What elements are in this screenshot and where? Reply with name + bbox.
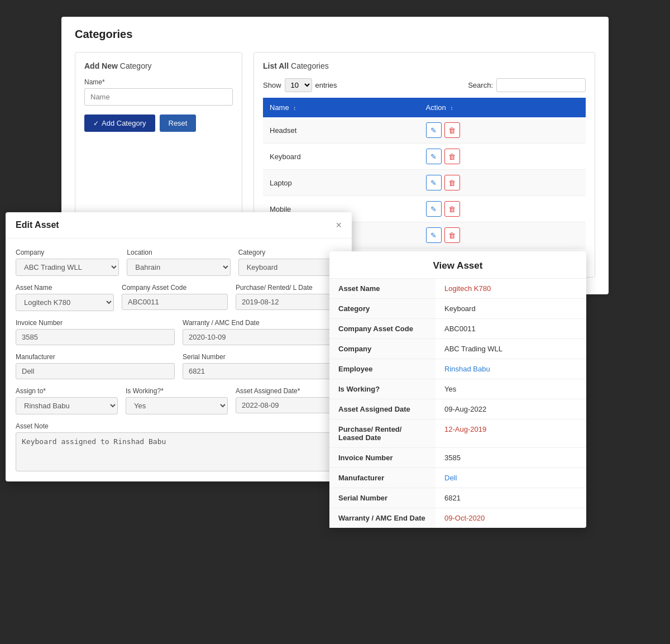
edit-button[interactable]: ✎	[426, 175, 442, 190]
delete-button[interactable]: 🗑	[444, 122, 460, 138]
purchase-date-input[interactable]	[236, 294, 342, 310]
add-category-button[interactable]: Add Category	[84, 115, 155, 132]
panel-title: Categories	[75, 28, 595, 41]
invoice-number-label: Invoice Number	[16, 319, 175, 327]
view-value: 09-Oct-2020	[436, 508, 586, 528]
purchase-date-label: Purchase/ Rented/ L Date	[236, 284, 342, 292]
action-btns: ✎ 🗑	[426, 227, 579, 243]
edit-button[interactable]: ✎	[426, 122, 442, 138]
assign-to-select[interactable]: Rinshad Babu	[16, 397, 118, 414]
view-row: Purchase/ Rented/ Leased Date 12-Aug-201…	[329, 419, 586, 448]
view-label: Employee	[329, 359, 436, 379]
action-cell: ✎ 🗑	[419, 117, 586, 144]
modal-body: Company ABC Trading WLL Location Bahrain…	[6, 238, 352, 481]
category-name-cell: Laptop	[263, 170, 419, 196]
view-value: 3585	[436, 448, 586, 468]
view-row: Asset Assigned Date 09-Aug-2022	[329, 399, 586, 419]
view-label: Invoice Number	[329, 448, 436, 468]
manufacturer-input[interactable]	[16, 363, 175, 379]
view-asset-header: View Asset	[329, 251, 586, 279]
action-btns: ✎ 🗑	[426, 149, 579, 164]
asset-name-select[interactable]: Logitech K780	[16, 294, 114, 311]
invoice-number-input[interactable]	[16, 329, 175, 345]
category-select[interactable]: Keyboard	[238, 259, 342, 276]
list-box-title: List All Categories	[263, 61, 586, 70]
table-row: Laptop ✎ 🗑	[263, 170, 586, 196]
is-working-select[interactable]: Yes	[126, 397, 228, 414]
edit-button[interactable]: ✎	[426, 227, 442, 243]
view-value: 6821	[436, 488, 586, 508]
search-box: Search:	[468, 78, 586, 92]
serial-number-input[interactable]	[183, 363, 342, 379]
name-sort-icon[interactable]: ↕	[293, 105, 296, 111]
is-working-label: Is Working?*	[126, 387, 228, 395]
view-row: Is Working? Yes	[329, 379, 586, 399]
delete-button[interactable]: 🗑	[444, 201, 460, 217]
view-value: Yes	[436, 379, 586, 399]
edit-button[interactable]: ✎	[426, 149, 442, 164]
delete-button[interactable]: 🗑	[444, 149, 460, 164]
company-asset-code-label: Company Asset Code	[122, 284, 228, 292]
view-row: Employee Rinshad Babu	[329, 359, 586, 379]
manufacturer-label: Manufacturer	[16, 353, 175, 361]
view-value: Rinshad Babu	[436, 359, 586, 379]
location-group: Location Bahrain	[127, 249, 230, 276]
reset-button[interactable]: Reset	[160, 115, 197, 132]
category-name-cell: Headset	[263, 117, 419, 144]
assigned-date-group: Asset Assigned Date*	[236, 387, 342, 414]
view-label: Is Working?	[329, 379, 436, 399]
assigned-date-input[interactable]	[236, 397, 342, 413]
view-value: 09-Aug-2022	[436, 399, 586, 419]
action-btns: ✎ 🗑	[426, 122, 579, 138]
add-box-title: Add New Category	[84, 61, 233, 70]
view-value: Dell	[436, 468, 586, 488]
location-label: Location	[127, 249, 230, 256]
company-asset-code-input[interactable]	[122, 294, 228, 310]
row-asset-name-code-date: Asset Name Logitech K780 Company Asset C…	[16, 284, 342, 311]
view-label: Asset Assigned Date	[329, 399, 436, 419]
location-select[interactable]: Bahrain	[127, 259, 230, 276]
show-entries: Show 10 25 50 entries	[263, 78, 337, 92]
warranty-label: Warranty / AMC End Date	[183, 319, 342, 327]
search-label: Search:	[468, 81, 493, 89]
name-input[interactable]	[84, 88, 233, 106]
assign-to-label: Assign to*	[16, 387, 118, 395]
asset-note-group: Asset Note Keyboard assigned to Rinshad …	[16, 422, 342, 471]
serial-number-group: Serial Number	[183, 353, 342, 379]
view-row: Company ABC Trading WLL	[329, 339, 586, 359]
manufacturer-group: Manufacturer	[16, 353, 175, 379]
view-label: Purchase/ Rented/ Leased Date	[329, 419, 436, 447]
view-row: Invoice Number 3585	[329, 448, 586, 468]
asset-note-textarea[interactable]: Keyboard assigned to Rinshad Babu	[16, 432, 342, 471]
edit-button[interactable]: ✎	[426, 201, 442, 217]
view-label: Asset Name	[329, 279, 436, 298]
add-category-btn-group: Add Category Reset	[84, 115, 233, 132]
assign-to-group: Assign to* Rinshad Babu	[16, 387, 118, 414]
search-input[interactable]	[496, 78, 586, 92]
view-label: Company	[329, 339, 436, 359]
delete-button[interactable]: 🗑	[444, 227, 460, 243]
company-label: Company	[16, 249, 119, 256]
modal-header: Edit Asset ×	[6, 212, 352, 238]
warranty-input[interactable]	[183, 329, 342, 345]
show-entries-select[interactable]: 10 25 50	[285, 78, 312, 92]
name-label: Name*	[84, 78, 233, 86]
view-value: ABC0011	[436, 319, 586, 338]
view-label: Warranty / AMC End Date	[329, 508, 436, 528]
purchase-date-group: Purchase/ Rented/ L Date	[236, 284, 342, 311]
table-head: Name ↕ Action ↕	[263, 98, 586, 117]
serial-number-label: Serial Number	[183, 353, 342, 361]
view-label: Category	[329, 299, 436, 318]
row-invoice-warranty: Invoice Number Warranty / AMC End Date	[16, 319, 342, 345]
company-select[interactable]: ABC Trading WLL	[16, 259, 119, 276]
edit-asset-modal: Edit Asset × Company ABC Trading WLL Loc…	[6, 212, 352, 481]
view-asset-body: Asset Name Logitech K780 Category Keyboa…	[329, 279, 586, 528]
table-controls: Show 10 25 50 entries Search:	[263, 78, 586, 92]
modal-close-button[interactable]: ×	[336, 220, 342, 230]
warranty-group: Warranty / AMC End Date	[183, 319, 342, 345]
entries-label: entries	[315, 81, 337, 89]
table-row: Headset ✎ 🗑	[263, 117, 586, 144]
delete-button[interactable]: 🗑	[444, 175, 460, 190]
action-sort-icon[interactable]: ↕	[450, 105, 453, 111]
asset-note-label: Asset Note	[16, 422, 342, 430]
